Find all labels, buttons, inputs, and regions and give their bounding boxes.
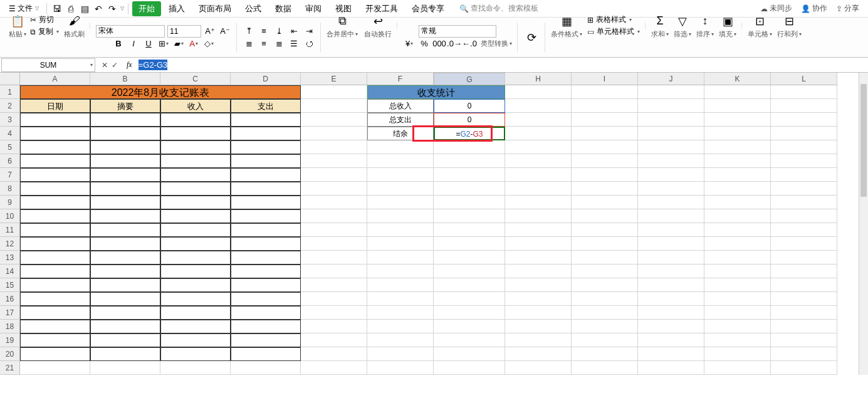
cell-A15[interactable] [20,278,90,292]
bold-button[interactable]: B [112,38,125,50]
cell-L15[interactable] [771,278,837,292]
cell-B7[interactable] [90,168,160,182]
cell-F7[interactable] [367,168,434,182]
cell-A13[interactable] [20,251,90,265]
cell-J18[interactable] [638,320,704,333]
cell-B21[interactable] [90,361,160,375]
sum-button[interactable]: 求和▾ [651,29,669,39]
cell-A16[interactable] [20,292,90,306]
cell-K5[interactable] [704,140,771,154]
cell-A21[interactable] [20,361,90,375]
cell-H13[interactable] [505,251,572,265]
cell-G8[interactable] [434,182,505,196]
cell-K4[interactable] [704,127,771,140]
cell-J17[interactable] [638,306,704,320]
cell-F19[interactable] [367,333,434,347]
row-header-11[interactable]: 11 [0,223,20,237]
cell-D21[interactable] [231,361,301,375]
row-header-15[interactable]: 15 [0,278,20,292]
cell-A11[interactable] [20,223,90,237]
cell-G9[interactable] [434,196,505,209]
cell-H7[interactable] [505,168,572,182]
tab-开始[interactable]: 开始 [132,1,161,16]
cell-H12[interactable] [505,237,572,251]
cell-E16[interactable] [301,292,367,306]
cell-J10[interactable] [638,209,704,223]
cell-J6[interactable] [638,154,704,168]
wrap-icon[interactable]: ↩ [370,13,386,29]
cell-K11[interactable] [704,223,771,237]
cell-J12[interactable] [638,237,704,251]
row-header-17[interactable]: 17 [0,306,20,320]
tab-审阅[interactable]: 审阅 [299,1,328,16]
cell-L18[interactable] [771,320,837,333]
cell-C20[interactable] [160,347,231,361]
cell-A7[interactable] [20,168,90,182]
cell-B12[interactable] [90,237,160,251]
sort-button[interactable]: 排序▾ [696,29,714,39]
row-header-7[interactable]: 7 [0,168,20,182]
cell-H14[interactable] [505,265,572,278]
cell-I13[interactable] [572,251,638,265]
col-header-I[interactable]: I [572,73,638,85]
cell-G12[interactable] [434,237,505,251]
cell-F8[interactable] [367,182,434,196]
cell-I10[interactable] [572,209,638,223]
cell-D12[interactable] [231,237,301,251]
tab-插入[interactable]: 插入 [162,1,191,16]
cell-E18[interactable] [301,320,367,333]
row-header-18[interactable]: 18 [0,320,20,333]
cell-I19[interactable] [572,333,638,347]
cell-B6[interactable] [90,154,160,168]
cell-A1[interactable]: 2022年8月收支记账表 [20,85,301,99]
cell-I21[interactable] [572,361,638,375]
cell-C4[interactable] [160,127,231,140]
cell-I20[interactable] [572,347,638,361]
sort-icon[interactable]: ↕ [697,13,713,29]
font-name-select[interactable] [96,25,165,38]
cell-C10[interactable] [160,209,231,223]
font-color-button[interactable]: A▾ [187,38,200,50]
cell-H6[interactable] [505,154,572,168]
cell-D15[interactable] [231,278,301,292]
cell-F16[interactable] [367,292,434,306]
row-header-16[interactable]: 16 [0,292,20,306]
border-button[interactable]: ⊞▾ [157,38,170,50]
cell-D14[interactable] [231,265,301,278]
cell-C15[interactable] [160,278,231,292]
cell-C18[interactable] [160,320,231,333]
cell-B4[interactable] [90,127,160,140]
orientation-icon[interactable]: ⭯ [303,38,315,50]
cell-G4[interactable]: =G2-G3 [434,127,505,140]
tab-页面布局[interactable]: 页面布局 [192,1,238,16]
cell-L11[interactable] [771,223,837,237]
cell-F15[interactable] [367,278,434,292]
cell-K13[interactable] [704,251,771,265]
font-size-select[interactable] [167,25,201,38]
cell-K18[interactable] [704,320,771,333]
cell-I16[interactable] [572,292,638,306]
cell-H4[interactable] [505,127,572,140]
cell-G10[interactable] [434,209,505,223]
cell-A2[interactable]: 日期 [20,99,90,113]
align-top-icon[interactable]: ⤒ [243,25,255,38]
cell-I15[interactable] [572,278,638,292]
cell-L13[interactable] [771,251,837,265]
cell-A17[interactable] [20,306,90,320]
command-search[interactable]: 🔍 查找命令、搜索模板 [459,3,538,14]
col-header-H[interactable]: H [505,73,572,85]
cell-J4[interactable] [638,127,704,140]
cell-J11[interactable] [638,223,704,237]
cell-D16[interactable] [231,292,301,306]
col-header-B[interactable]: B [90,73,160,85]
scroll-thumb[interactable] [860,84,867,197]
currency-icon[interactable]: ¥▾ [403,38,416,50]
cell-B16[interactable] [90,292,160,306]
cell-K7[interactable] [704,168,771,182]
cell-E10[interactable] [301,209,367,223]
chevron-down-icon[interactable]: ▽ [120,6,124,11]
cell-G14[interactable] [434,265,505,278]
cell-F18[interactable] [367,320,434,333]
row-header-20[interactable]: 20 [0,347,20,361]
cell-B20[interactable] [90,347,160,361]
